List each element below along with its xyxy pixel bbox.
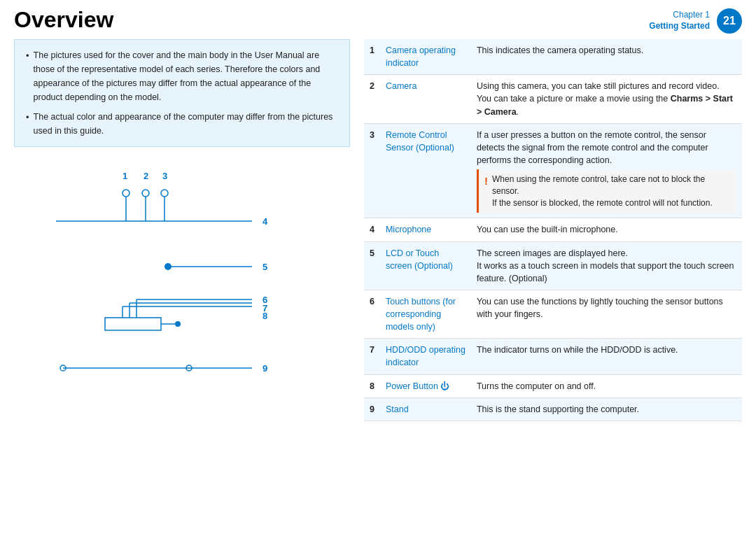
svg-text:4: 4 <box>262 216 268 227</box>
row-label: LCD or Touch screen (Optional) <box>380 241 471 290</box>
table-row: 2CameraUsing this camera, you can take s… <box>364 75 742 123</box>
table-row: 4MicrophoneYou can use the built-in micr… <box>364 218 742 241</box>
chapter-info: Chapter 1 Getting Started 21 <box>649 8 742 34</box>
svg-point-14 <box>164 263 172 270</box>
notice-item-2: • The actual color and appearance of the… <box>26 110 338 138</box>
svg-text:2: 2 <box>144 171 148 181</box>
notice-list: • The pictures used for the cover and th… <box>26 48 338 138</box>
row-label: Camera <box>380 75 471 123</box>
bullet-icon: • <box>26 49 29 64</box>
row-number: 8 <box>364 374 380 397</box>
row-number: 1 <box>364 39 380 75</box>
row-desc: The indicator turns on while the HDD/ODD… <box>471 339 742 374</box>
row-number: 9 <box>364 397 380 421</box>
row-label: Touch buttons (for corresponding models … <box>380 290 471 338</box>
svg-text:9: 9 <box>262 363 267 374</box>
svg-point-4 <box>142 190 149 197</box>
row-desc: This is the stand supporting the compute… <box>471 397 742 421</box>
row-desc: If a user presses a button on the remote… <box>471 123 742 218</box>
svg-point-3 <box>122 190 130 197</box>
row-desc: You can use the built-in microphone. <box>471 218 742 241</box>
svg-point-19 <box>175 321 181 327</box>
row-number: 7 <box>364 339 380 374</box>
table-row: 6Touch buttons (for corresponding models… <box>364 290 742 338</box>
notice-item-1: • The pictures used for the cover and th… <box>26 48 338 104</box>
svg-rect-17 <box>105 318 161 330</box>
table-row: 1Camera operating indicatorThis indicate… <box>364 39 742 75</box>
warning-text: When using the remote control, take care… <box>492 174 731 209</box>
svg-text:3: 3 <box>162 171 167 181</box>
right-panel: 1Camera operating indicatorThis indicate… <box>364 39 742 528</box>
row-desc: Using this camera, you can take still pi… <box>471 75 742 123</box>
row-label: Camera operating indicator <box>380 39 471 75</box>
page-title: Overview <box>14 8 113 31</box>
row-label: HDD/ODD operating indicator <box>380 339 471 374</box>
row-desc: The screen images are displayed here.It … <box>471 241 742 290</box>
row-number: 3 <box>364 123 380 218</box>
row-desc: Turns the computer on and off. <box>471 374 742 397</box>
diagram-area: 1 2 3 4 5 <box>14 158 336 410</box>
row-number: 5 <box>364 241 380 290</box>
info-table: 1Camera operating indicatorThis indicate… <box>364 39 742 421</box>
row-number: 6 <box>364 290 380 338</box>
svg-text:1: 1 <box>122 171 127 181</box>
left-panel: • The pictures used for the cover and th… <box>14 39 350 528</box>
table-row: 9StandThis is the stand supporting the c… <box>364 397 742 421</box>
page-number-badge: 21 <box>717 8 742 34</box>
row-number: 2 <box>364 75 380 123</box>
warning-icon: ! <box>484 174 488 209</box>
bold-text: Charms > Start > Camera <box>477 94 733 116</box>
svg-text:8: 8 <box>262 311 267 321</box>
table-row: 3Remote Control Sensor (Optional)If a us… <box>364 123 742 218</box>
table-row: 7HDD/ODD operating indicatorThe indicato… <box>364 339 742 374</box>
row-label: Power Button ⏻ <box>380 374 471 397</box>
notice-text-2: The actual color and appearance of the c… <box>34 110 338 138</box>
table-row: 5LCD or Touch screen (Optional)The scree… <box>364 241 742 290</box>
chapter-sub: Getting Started <box>649 21 710 32</box>
row-label: Microphone <box>380 218 471 241</box>
row-desc: This indicates the camera operating stat… <box>471 39 742 75</box>
row-desc: You can use the functions by lightly tou… <box>471 290 742 338</box>
notice-text-1: The pictures used for the cover and the … <box>34 48 338 104</box>
svg-point-5 <box>161 190 168 197</box>
notice-box: • The pictures used for the cover and th… <box>14 39 350 147</box>
row-label: Stand <box>380 397 471 421</box>
chapter-label: Chapter 1 <box>649 10 710 21</box>
bullet-icon-2: • <box>26 111 29 125</box>
svg-text:5: 5 <box>262 262 267 272</box>
table-row: 8Power Button ⏻Turns the computer on and… <box>364 374 742 397</box>
diagram-svg: 1 2 3 4 5 <box>14 158 336 410</box>
warning-box: !When using the remote control, take car… <box>477 169 736 213</box>
row-number: 4 <box>364 218 380 241</box>
chapter-text: Chapter 1 Getting Started <box>649 10 710 31</box>
main-content: • The pictures used for the cover and th… <box>0 34 756 528</box>
row-label: Remote Control Sensor (Optional) <box>380 123 471 218</box>
page-header: Overview Chapter 1 Getting Started 21 <box>0 0 756 34</box>
